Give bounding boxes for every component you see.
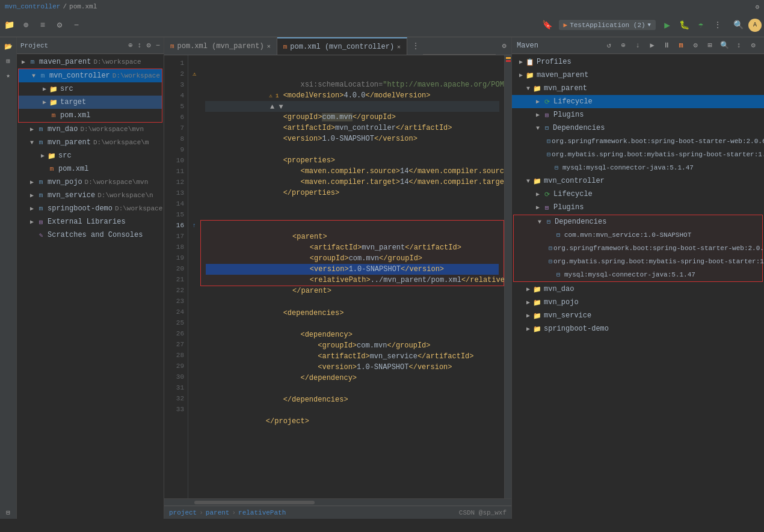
maven-mvn-dao[interactable]: ▶ 📁 mvn_dao (512, 283, 764, 296)
maven-sort-icon[interactable]: ↕ (733, 40, 745, 52)
maven-dep-c2[interactable]: ▶ ⊟ org.springframework.boot:spring-boot… (514, 242, 762, 255)
favorites-tab[interactable]: ★ (2, 69, 15, 82)
editor-content[interactable]: 1 2 3 4 5 6 7 8 9 10 11 12 13 14 (164, 55, 511, 498)
run-config-dropdown[interactable]: ▼ (648, 22, 651, 28)
scrollbar-thumb[interactable] (194, 501, 315, 504)
tree-maven-parent[interactable]: ▶ m maven_parent D:\workspace (17, 55, 164, 69)
maven-debug-icon[interactable]: ⏸ (661, 40, 673, 52)
tree-scratches[interactable]: ▶ ✎ Scratches and Consoles (17, 228, 164, 242)
tab-close-icon[interactable]: ✕ (397, 43, 401, 50)
maven-expand-icon[interactable]: ⊞ (704, 40, 716, 52)
tree-src[interactable]: ▶ 📁 src (19, 82, 162, 96)
maven-search-icon[interactable]: 🔍 (718, 40, 730, 52)
tree-springboot-demo[interactable]: ▶ m springboot-demo D:\workspace (17, 202, 164, 215)
deps-icon: ⊟ (544, 217, 553, 227)
debug-button[interactable]: 🐛 (677, 19, 691, 32)
structure-tab[interactable]: ⊞ (2, 54, 15, 67)
dep-icon: ⊟ (553, 270, 563, 280)
dep-icon: ⊟ (547, 150, 550, 159)
maven-lifecycle-parent[interactable]: ▶ ⟳ Lifecycle (512, 95, 764, 108)
maven-plugins-controller[interactable]: ▶ ⊞ Plugins (512, 201, 764, 214)
maven-mvn-pojo[interactable]: ▶ 📁 mvn_pojo (512, 296, 764, 309)
right-toolbar-icons: 🔍 A (732, 19, 762, 32)
tree-target[interactable]: ▶ 📁 target (19, 96, 162, 109)
tree-mvn-dao[interactable]: ▶ m mvn_dao D:\workspace\mvn (17, 123, 164, 136)
chevron-right-icon: ▶ (534, 111, 542, 118)
maven-settings-icon[interactable]: ⚙ (689, 40, 701, 52)
maven-lifecycle-controller[interactable]: ▶ ⟳ Lifecycle (512, 188, 764, 201)
maven-plugins-parent[interactable]: ▶ ⊞ Plugins (512, 108, 764, 121)
maven-add-icon[interactable]: ⊕ (617, 40, 629, 52)
error-marker (506, 60, 511, 62)
breadcrumb-parent: parent (206, 509, 230, 516)
tab-pom-parent[interactable]: m pom.xml (mvn_parent) ✕ (164, 37, 277, 55)
panel-settings-icon[interactable]: ⚙ (147, 41, 151, 50)
add-panel-icon[interactable]: ⊕ (128, 41, 132, 50)
maven-dep-c1[interactable]: ▶ ⊟ com.mvn:mvn_service:1.0-SNAPSHOT (514, 228, 762, 242)
tree-src-2[interactable]: ▶ 📁 src (17, 149, 164, 162)
tab-settings-icon[interactable]: ⚙ (497, 37, 511, 55)
more-run-button[interactable]: ⋮ (711, 19, 724, 32)
run-button[interactable]: ▶ (661, 19, 674, 32)
sort-icon[interactable]: ↕ (137, 41, 141, 50)
tree-mvn-parent-2[interactable]: ▼ m mvn_parent D:\workspace\m (17, 136, 164, 149)
tree-pom-controller[interactable]: ▶ m pom.xml (19, 109, 162, 122)
module-icon: 📁 (532, 84, 542, 93)
maven-mvn-parent[interactable]: ▼ 📁 mvn_parent (512, 82, 764, 95)
maven-mvn-controller[interactable]: ▼ 📁 mvn_controller (512, 174, 764, 188)
chevron-down-icon: ▼ (534, 125, 542, 132)
maven-mvn-service[interactable]: ▶ 📁 mvn_service (512, 309, 764, 322)
maven-dep-1[interactable]: ▶ ⊟ org.springframework.boot:spring-boot… (512, 135, 764, 148)
horizontal-scrollbar[interactable] (164, 498, 511, 506)
code-line-1 (205, 58, 499, 69)
maven-dep-3[interactable]: ▶ ⊟ mysql:mysql-connector-java:5.1.47 (512, 161, 764, 174)
maven-refresh-icon[interactable]: ↺ (603, 40, 615, 52)
maven-panel-settings-icon[interactable]: ⚙ (747, 40, 759, 52)
title-bar-right: ⚙ (755, 3, 759, 11)
tree-mvn-pojo[interactable]: ▶ m mvn_pojo D:\workspace\mvn (17, 176, 164, 189)
maven-deps-parent[interactable]: ▼ ⊟ Dependencies (512, 121, 764, 135)
maven-panel-header: Maven ↺ ⊕ ↓ ▶ ⏸ m ⚙ ⊞ 🔍 ↕ ⚙ (512, 37, 764, 54)
project-panel: Project ⊕ ↕ ⚙ − ▶ m maven_parent D:\work… (17, 37, 164, 519)
tab-close-icon[interactable]: ✕ (267, 43, 271, 50)
tree-pom-parent[interactable]: ▶ m pom.xml (17, 162, 164, 176)
maven-dep-2[interactable]: ▶ ⊟ org.mybatis.spring.boot:mybatis-spri… (512, 148, 764, 161)
code-area[interactable]: xsi:schemaLocation="http://maven.apache.… (200, 55, 504, 498)
search-icon[interactable]: 🔍 (732, 19, 745, 32)
terminal-tab[interactable]: ⊟ (2, 506, 15, 519)
structure-icon[interactable]: ≡ (36, 19, 49, 32)
tree-mvn-controller[interactable]: ▼ m mvn_controller D:\workspace (19, 69, 162, 82)
maven-deps-controller[interactable]: ▼ ⊟ Dependencies (514, 215, 762, 228)
module-icon: 📁 (532, 298, 542, 307)
gear-icon[interactable]: ⚙ (755, 3, 759, 11)
csdn-credit: CSDN @sp_wxf (459, 509, 507, 516)
maven-profiles[interactable]: ▶ 📋 Profiles (512, 55, 764, 69)
maven-download-icon[interactable]: ↓ (632, 40, 644, 52)
maven-dep-c3[interactable]: ▶ ⊟ org.mybatis.spring.boot:mybatis-spri… (514, 255, 762, 268)
panel-close-icon[interactable]: − (156, 41, 160, 50)
bookmark-icon[interactable]: 🔖 (541, 19, 554, 32)
chevron-down-icon: ▼ (29, 73, 38, 79)
maven-dep-c4[interactable]: ▶ ⊟ mysql:mysql-connector-java:5.1.47 (514, 268, 762, 281)
tab-more-button[interactable]: ⋮ (408, 37, 423, 55)
tree-mvn-service[interactable]: ▶ m mvn_service D:\workspace\n (17, 189, 164, 202)
project-tab[interactable]: 📂 (2, 40, 15, 53)
tree-external-libs[interactable]: ▶ ⊞ External Libraries (17, 215, 164, 228)
module-icon: m (36, 177, 46, 187)
deps-label: Dependencies (553, 124, 605, 132)
chevron-right-icon: ▶ (524, 325, 532, 332)
coverage-button[interactable]: ☂ (694, 19, 707, 32)
project-icon[interactable]: 📁 (2, 19, 16, 32)
maven-m-icon[interactable]: m (675, 40, 687, 52)
maven-run-icon[interactable]: ▶ (646, 40, 658, 52)
run-config[interactable]: ▶ TestApplication (2) ▼ (559, 20, 656, 30)
maven-springboot-demo[interactable]: ▶ 📁 springboot-demo (512, 322, 764, 335)
xml-icon: m (49, 111, 58, 120)
avatar-icon[interactable]: A (748, 19, 762, 32)
tab-pom-controller[interactable]: m pom.xml (mvn_controller) ✕ (277, 37, 407, 55)
add-icon[interactable]: ⊕ (19, 19, 32, 32)
maven-parent-root[interactable]: ▶ 📁 maven_parent (512, 69, 764, 82)
minimize-icon[interactable]: − (70, 19, 83, 32)
dep-icon: ⊟ (547, 136, 550, 146)
settings-icon[interactable]: ⚙ (53, 19, 66, 32)
